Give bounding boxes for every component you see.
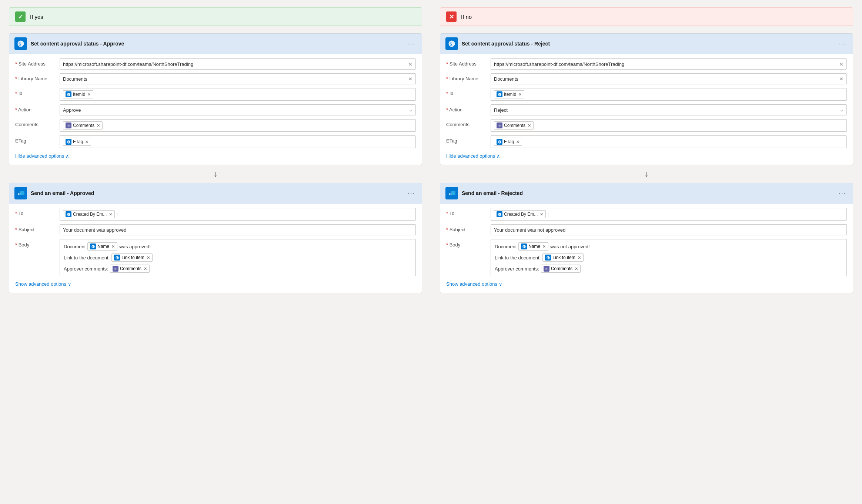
token-remove[interactable]: ✕ bbox=[578, 255, 581, 260]
body-line: Approver comments: Comments ✕ bbox=[495, 265, 843, 273]
field-row: Action Approve ⌄ bbox=[15, 104, 416, 115]
token-remove[interactable]: ✕ bbox=[540, 212, 543, 217]
advanced-options-link[interactable]: Hide advanced options ∧ bbox=[446, 153, 500, 159]
field-row: Id S ItemId ✕ bbox=[15, 88, 416, 101]
token-remove[interactable]: ✕ bbox=[518, 92, 522, 97]
body-text: was not approved! bbox=[550, 244, 589, 249]
field-input[interactable]: S ItemId ✕ bbox=[60, 88, 416, 101]
field-input[interactable]: S ItemId ✕ bbox=[491, 88, 847, 101]
action-card: S Set content approval status - Reject ⋯… bbox=[440, 33, 853, 165]
token-remove[interactable]: ✕ bbox=[97, 123, 100, 128]
token-label: Comments bbox=[120, 266, 141, 271]
token: S Link to item ✕ bbox=[542, 253, 583, 262]
branch-header-icon: ✓ bbox=[15, 11, 26, 22]
advanced-options-link[interactable]: Show advanced options ∨ bbox=[15, 281, 71, 287]
field-row: Comments Comments ✕ bbox=[15, 119, 416, 132]
clear-button[interactable]: ✕ bbox=[408, 61, 412, 67]
field-value: Documents bbox=[63, 76, 406, 82]
chevron-down-icon: ⌄ bbox=[409, 107, 412, 112]
field-input[interactable]: Comments ✕ bbox=[60, 119, 416, 132]
field-label: ETag bbox=[15, 135, 56, 144]
field-dropdown[interactable]: Reject ⌄ bbox=[491, 104, 847, 115]
token-remove[interactable]: ✕ bbox=[87, 92, 91, 97]
token-icon: S bbox=[114, 255, 120, 261]
field-value: Documents bbox=[494, 76, 837, 82]
field-label: Body bbox=[15, 239, 56, 248]
field-row: Site Address https://microsoft.sharepoin… bbox=[15, 58, 416, 70]
svg-text:S: S bbox=[498, 93, 500, 95]
card-menu-button[interactable]: ⋯ bbox=[406, 40, 417, 48]
field-row-body: Body Document S Name ✕ was not approved!… bbox=[446, 239, 847, 276]
body-content[interactable]: Document S Name ✕ was approved!Link to t… bbox=[60, 239, 416, 276]
card-menu-button[interactable]: ⋯ bbox=[837, 40, 848, 48]
card-menu-button[interactable]: ⋯ bbox=[406, 189, 417, 197]
field-input[interactable]: Your document was approved bbox=[60, 224, 416, 235]
card-icon: S bbox=[14, 37, 27, 50]
token-icon: S bbox=[66, 139, 71, 145]
token-remove[interactable]: ✕ bbox=[528, 123, 531, 128]
token-icon: S bbox=[497, 139, 502, 145]
token-icon bbox=[544, 266, 549, 272]
token-label: Link to item bbox=[552, 255, 575, 260]
token-remove[interactable]: ✕ bbox=[111, 244, 115, 249]
field-input[interactable]: https://microsoft.sharepoint-df.com/team… bbox=[60, 58, 416, 70]
field-input[interactable]: S Created By Em... ✕ ; bbox=[491, 208, 847, 221]
token-remove[interactable]: ✕ bbox=[542, 244, 546, 249]
field-dropdown[interactable]: Approve ⌄ bbox=[60, 104, 416, 115]
advanced-options-link[interactable]: Hide advanced options ∧ bbox=[15, 153, 69, 159]
field-input[interactable]: Documents ✕ bbox=[60, 73, 416, 84]
token: S ItemId ✕ bbox=[63, 90, 93, 98]
field-label: Action bbox=[446, 104, 487, 112]
token-remove[interactable]: ✕ bbox=[147, 255, 150, 260]
token-remove[interactable]: ✕ bbox=[516, 140, 519, 144]
field-input[interactable]: Comments ✕ bbox=[491, 119, 847, 132]
branch-no: ✕ If no S Set content approval status - … bbox=[431, 0, 862, 302]
card-menu-button[interactable]: ⋯ bbox=[837, 189, 848, 197]
field-label: Subject bbox=[15, 224, 56, 232]
svg-text:O: O bbox=[18, 192, 21, 196]
clear-button[interactable]: ✕ bbox=[839, 61, 843, 67]
field-value: https://microsoft.sharepoint-df.com/team… bbox=[63, 61, 406, 67]
card-body: Site Address https://microsoft.sharepoin… bbox=[9, 54, 422, 165]
token-remove[interactable]: ✕ bbox=[109, 212, 112, 217]
svg-text:S: S bbox=[498, 213, 500, 215]
card-header: S Set content approval status - Reject ⋯ bbox=[440, 34, 853, 54]
advanced-options-link[interactable]: Show advanced options ∨ bbox=[446, 281, 502, 287]
token-label: Created By Em... bbox=[73, 212, 107, 217]
token-icon: S bbox=[545, 255, 551, 261]
field-input[interactable]: S ETag ✕ bbox=[60, 135, 416, 148]
svg-text:S: S bbox=[19, 42, 21, 46]
field-row: Id S ItemId ✕ bbox=[446, 88, 847, 101]
token-label: ETag bbox=[504, 139, 514, 144]
card-header: O Send an email - Approved ⋯ bbox=[9, 183, 422, 204]
field-input[interactable]: S ETag ✕ bbox=[491, 135, 847, 148]
field-input[interactable]: S Created By Em... ✕ ; bbox=[60, 208, 416, 221]
card-body: To S Created By Em... ✕ ; Subject Your d… bbox=[9, 204, 422, 293]
field-label: ETag bbox=[446, 135, 487, 144]
token-label: Comments bbox=[504, 123, 525, 128]
token-remove[interactable]: ✕ bbox=[144, 266, 147, 271]
field-row: Subject Your document was approved bbox=[15, 224, 416, 235]
token-label: Link to item bbox=[121, 255, 144, 260]
clear-button[interactable]: ✕ bbox=[839, 76, 843, 82]
field-label: Comments bbox=[15, 119, 56, 127]
field-label: Site Address bbox=[15, 58, 56, 67]
field-label: Site Address bbox=[446, 58, 487, 67]
field-input[interactable]: https://microsoft.sharepoint-df.com/team… bbox=[491, 58, 847, 70]
card-title: Send an email - Rejected bbox=[462, 190, 833, 196]
body-content[interactable]: Document S Name ✕ was not approved!Link … bbox=[491, 239, 847, 276]
field-input[interactable]: Your document was not approved bbox=[491, 224, 847, 235]
field-row: ETag S ETag ✕ bbox=[446, 135, 847, 148]
token-remove[interactable]: ✕ bbox=[575, 266, 578, 271]
token-remove[interactable]: ✕ bbox=[85, 140, 88, 144]
field-label: Subject bbox=[446, 224, 487, 232]
token-icon: S bbox=[497, 211, 502, 217]
body-line: Link to the document: S Link to item ✕ bbox=[64, 253, 412, 262]
svg-text:S: S bbox=[547, 256, 548, 259]
field-input[interactable]: Documents ✕ bbox=[491, 73, 847, 84]
semicolon: ; bbox=[548, 212, 549, 217]
clear-button[interactable]: ✕ bbox=[408, 76, 412, 82]
card-icon: O bbox=[14, 187, 27, 199]
branch-header: ✓ If yes bbox=[9, 7, 422, 26]
token: Comments ✕ bbox=[494, 121, 534, 130]
